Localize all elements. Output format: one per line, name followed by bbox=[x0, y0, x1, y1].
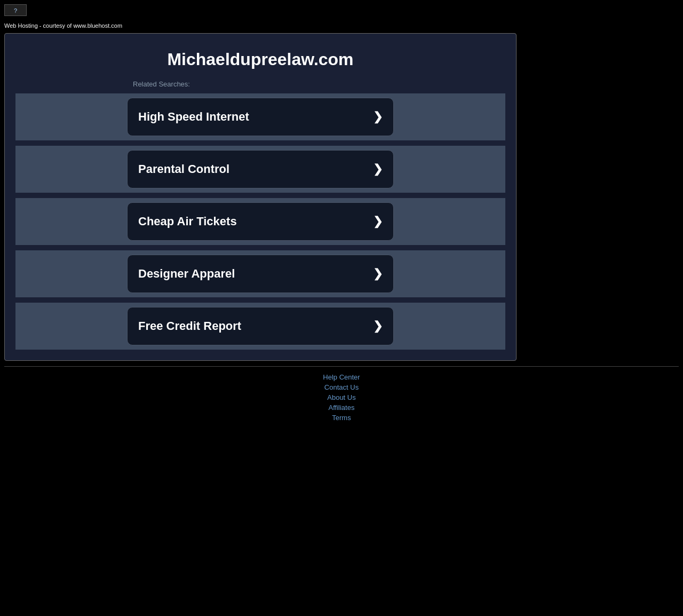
search-item-label: Cheap Air Tickets bbox=[138, 215, 237, 228]
related-searches-label: Related Searches: bbox=[5, 80, 516, 93]
footer-link[interactable]: Contact Us bbox=[324, 383, 359, 391]
footer-link[interactable]: Help Center bbox=[323, 373, 360, 381]
search-item-label: Designer Apparel bbox=[138, 267, 235, 281]
chevron-right-icon: ❯ bbox=[373, 319, 383, 333]
search-item-label: Free Credit Report bbox=[138, 319, 241, 333]
search-item-row: High Speed Internet❯ bbox=[15, 93, 505, 140]
footer-link[interactable]: Terms bbox=[332, 414, 351, 422]
chevron-right-icon: ❯ bbox=[373, 215, 383, 228]
footer-link[interactable]: Affiliates bbox=[329, 404, 355, 412]
search-items-container: High Speed Internet❯Parental Control❯Che… bbox=[5, 93, 516, 350]
search-item-link[interactable]: Parental Control❯ bbox=[127, 150, 394, 188]
chevron-right-icon: ❯ bbox=[373, 267, 383, 281]
chevron-right-icon: ❯ bbox=[373, 162, 383, 176]
search-item-link[interactable]: Designer Apparel❯ bbox=[127, 255, 394, 293]
top-bar: ? bbox=[0, 0, 683, 20]
search-item-row: Cheap Air Tickets❯ bbox=[15, 198, 505, 245]
search-item-row: Parental Control❯ bbox=[15, 146, 505, 193]
search-item-link[interactable]: Free Credit Report❯ bbox=[127, 307, 394, 345]
main-content-box: Michaeldupreelaw.com Related Searches: H… bbox=[4, 33, 517, 361]
hosting-notice: Web Hosting - courtesy of www.bluehost.c… bbox=[0, 20, 683, 33]
footer-link[interactable]: About Us bbox=[327, 393, 355, 401]
chevron-right-icon: ❯ bbox=[373, 110, 383, 124]
search-item-row: Free Credit Report❯ bbox=[15, 303, 505, 350]
search-item-row: Designer Apparel❯ bbox=[15, 250, 505, 297]
search-item-label: Parental Control bbox=[138, 162, 229, 176]
question-icon: ? bbox=[14, 7, 17, 14]
site-title: Michaeldupreelaw.com bbox=[5, 44, 516, 80]
top-icon-box[interactable]: ? bbox=[4, 4, 27, 16]
search-item-label: High Speed Internet bbox=[138, 110, 249, 124]
footer-links: Help CenterContact UsAbout UsAffiliatesT… bbox=[0, 367, 683, 428]
search-item-link[interactable]: Cheap Air Tickets❯ bbox=[127, 202, 394, 241]
search-item-link[interactable]: High Speed Internet❯ bbox=[127, 98, 394, 136]
